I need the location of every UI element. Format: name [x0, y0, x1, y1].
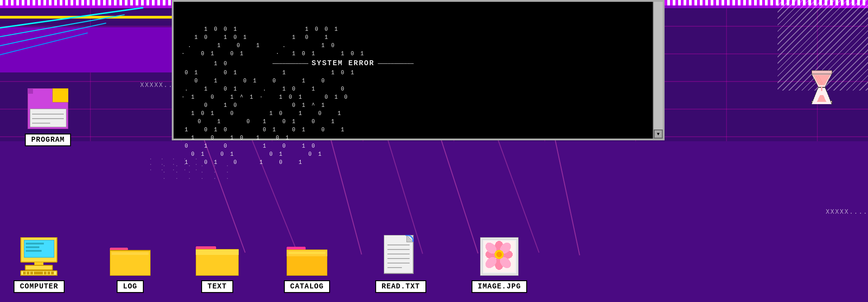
svg-rect-17	[24, 240, 54, 257]
readtxt-document-icon	[384, 235, 418, 276]
purple-band	[0, 27, 176, 72]
svg-rect-10	[52, 88, 68, 102]
readtxt-icon-group[interactable]: READ.TXT	[375, 235, 426, 293]
svg-rect-20	[26, 250, 42, 252]
svg-rect-26	[30, 272, 33, 274]
svg-rect-0	[811, 70, 832, 74]
svg-rect-37	[196, 249, 239, 255]
x-pattern-2: XXXXX....	[826, 208, 868, 216]
imagejpg-label: IMAGE.JPG	[472, 280, 527, 293]
svg-rect-28	[44, 272, 47, 274]
text-label: TEXT	[201, 280, 233, 293]
catalog-folder-icon	[287, 240, 327, 276]
readtxt-label: READ.TXT	[375, 280, 426, 293]
program-icon-group[interactable]: PROGRAM	[25, 88, 71, 146]
computer-icon	[19, 237, 59, 276]
svg-rect-41	[288, 252, 326, 254]
program-label: PROGRAM	[25, 134, 71, 146]
svg-point-63	[496, 252, 502, 257]
hourglass-icon	[809, 70, 834, 106]
log-icon-group[interactable]: LOG	[110, 240, 151, 293]
svg-rect-22	[25, 265, 52, 270]
svg-rect-11	[30, 109, 66, 127]
svg-rect-18	[26, 243, 44, 244]
floppy-disk-icon	[28, 88, 68, 129]
text-folder-icon	[196, 240, 239, 276]
svg-rect-19	[26, 246, 39, 248]
svg-rect-25	[27, 272, 29, 274]
svg-rect-30	[51, 272, 54, 274]
terminal-window: 1 0 0 1 1 0 0 1 1 0 1 0 1 1 0 1 . 1 0 1 …	[172, 0, 665, 140]
imagejpg-icon	[480, 237, 519, 276]
catalog-label: CATALOG	[284, 280, 330, 293]
svg-rect-29	[47, 272, 50, 274]
desktop-icons-row: COMPUTER LOG TEXT	[0, 235, 868, 293]
svg-rect-24	[23, 272, 26, 274]
computer-icon-group[interactable]: COMPUTER	[14, 237, 65, 293]
imagejpg-icon-group[interactable]: IMAGE.JPG	[472, 237, 527, 293]
catalog-icon-group[interactable]: CATALOG	[284, 240, 330, 293]
svg-rect-6	[821, 86, 822, 91]
svg-rect-27	[34, 272, 43, 274]
log-label: LOG	[117, 280, 144, 293]
log-folder-icon	[110, 240, 151, 276]
svg-rect-33	[112, 252, 149, 255]
binary-matrix: 1 0 0 1 1 0 0 1 1 0 1 0 1 1 0 1 . 1 0 1 …	[174, 2, 663, 139]
terminal-scrollbar[interactable]: ▼	[653, 2, 663, 139]
svg-marker-15	[28, 88, 33, 94]
scroll-down-button[interactable]: ▼	[654, 129, 663, 139]
text-icon-group[interactable]: TEXT	[196, 240, 239, 293]
computer-label: COMPUTER	[14, 280, 65, 293]
